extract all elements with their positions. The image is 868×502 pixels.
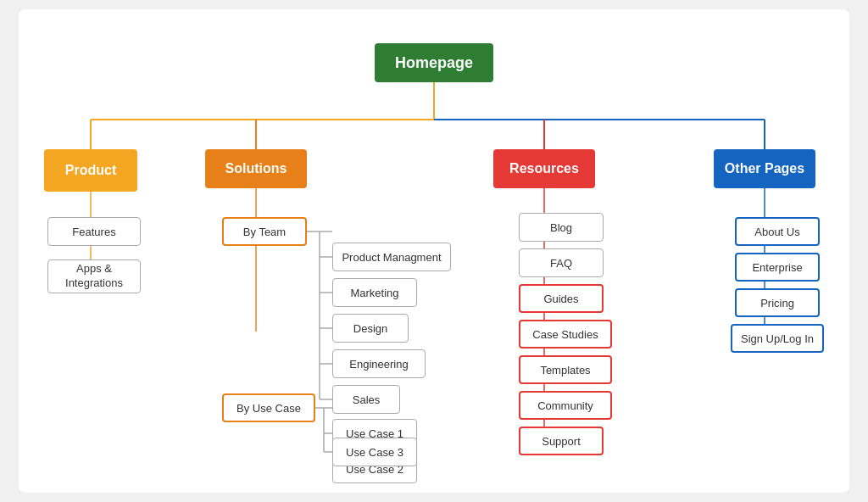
usecase3-node[interactable]: Use Case 3: [332, 438, 417, 466]
templates-label: Templates: [540, 364, 590, 376]
signup-node[interactable]: Sign Up/Log In: [731, 324, 824, 353]
features-node[interactable]: Features: [47, 217, 141, 246]
sales-node[interactable]: Sales: [332, 385, 400, 414]
aboutus-label: About Us: [754, 226, 799, 238]
casestudies-node[interactable]: Case Studies: [519, 320, 612, 349]
product-label: Product: [65, 163, 116, 178]
homepage-node[interactable]: Homepage: [375, 43, 493, 82]
guides-node[interactable]: Guides: [519, 284, 604, 313]
marketing-node[interactable]: Marketing: [332, 278, 417, 307]
otherpages-node[interactable]: Other Pages: [714, 149, 815, 188]
otherpages-label: Other Pages: [725, 161, 804, 176]
blog-node[interactable]: Blog: [519, 213, 604, 242]
solutions-label: Solutions: [225, 161, 287, 176]
community-label: Community: [537, 399, 593, 412]
faq-node[interactable]: FAQ: [519, 248, 604, 277]
casestudies-label: Case Studies: [532, 328, 598, 341]
pricing-node[interactable]: Pricing: [735, 288, 820, 317]
support-label: Support: [542, 435, 581, 448]
design-node[interactable]: Design: [332, 314, 409, 343]
apps-label: Apps & Integrations: [65, 262, 123, 291]
engineering-node[interactable]: Engineering: [332, 349, 426, 378]
product-node[interactable]: Product: [44, 149, 137, 192]
solutions-node[interactable]: Solutions: [205, 149, 307, 188]
byusecase-label: By Use Case: [236, 402, 301, 415]
prodmgmt-node[interactable]: Product Managment: [332, 243, 451, 271]
features-label: Features: [72, 226, 115, 238]
engineering-label: Engineering: [349, 358, 408, 371]
byteam-node[interactable]: By Team: [222, 217, 307, 246]
diagram-container: Homepage Product Features Apps & Integra…: [19, 9, 849, 493]
faq-label: FAQ: [550, 257, 572, 270]
homepage-label: Homepage: [395, 54, 473, 72]
byusecase-node[interactable]: By Use Case: [222, 393, 315, 422]
blog-label: Blog: [550, 221, 572, 234]
byteam-label: By Team: [243, 226, 286, 238]
apps-node[interactable]: Apps & Integrations: [47, 259, 141, 293]
aboutus-node[interactable]: About Us: [735, 217, 820, 246]
pricing-label: Pricing: [760, 297, 794, 310]
enterprise-node[interactable]: Enterprise: [735, 253, 820, 282]
marketing-label: Marketing: [350, 287, 398, 299]
support-node[interactable]: Support: [519, 427, 604, 455]
usecase3-label: Use Case 3: [346, 446, 403, 459]
templates-node[interactable]: Templates: [519, 355, 612, 384]
prodmgmt-label: Product Managment: [342, 251, 441, 264]
enterprise-label: Enterprise: [752, 261, 802, 274]
design-label: Design: [353, 322, 387, 335]
sales-label: Sales: [353, 393, 381, 406]
resources-node[interactable]: Resources: [493, 149, 595, 188]
resources-label: Resources: [509, 161, 579, 176]
guides-label: Guides: [543, 293, 578, 305]
signup-label: Sign Up/Log In: [741, 332, 814, 345]
community-node[interactable]: Community: [519, 391, 612, 420]
